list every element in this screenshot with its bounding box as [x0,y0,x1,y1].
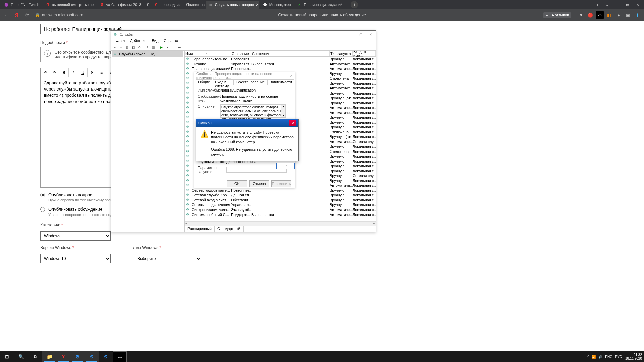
service-row[interactable]: ⚙Сетевые подключенияУправляет...ВручнуюЛ… [185,202,376,207]
new-tab-button[interactable]: + [351,1,358,8]
explorer-button[interactable]: 📁 [42,351,56,362]
reload-button[interactable]: ⟳ [23,11,31,19]
close-button[interactable]: ✕ [289,120,296,126]
col-logon[interactable]: Вход от име... [353,51,376,56]
props-icon[interactable]: ◧ [130,44,136,50]
tab-logon[interactable]: Вход в систему [213,79,234,85]
minimize-button[interactable]: — [345,31,356,38]
app-button-1[interactable]: ⚙ [70,351,85,362]
menu-action[interactable]: Действие [127,38,149,44]
bold-button[interactable]: B [59,68,69,77]
clock[interactable]: 21:32 18.11.2020 [625,353,642,360]
col-desc[interactable]: Описание [231,51,251,56]
tab-extended[interactable]: Расширенный [185,226,215,232]
cancel-button[interactable]: Отмена [249,180,269,187]
service-row[interactable]: ⚙Планировщик заданийПозволяет...Автомати… [185,66,376,71]
services-local-node[interactable]: ⚙ Службы (локальные) [112,51,183,57]
reviews-badge[interactable]: ★ 14 отзывов [543,12,571,18]
bookmark-icon[interactable]: ⚑ [577,11,585,19]
url-input[interactable]: 🔒 answers.microsoft.com Создать новый во… [33,11,543,19]
strike-button[interactable]: S [88,68,97,77]
close-button[interactable]: ✕ [633,0,643,9]
grid-icon[interactable]: ▦ [151,44,156,50]
yandex-home-button[interactable]: Я [13,11,21,19]
back-button[interactable]: ← [3,11,11,19]
properties-titlebar[interactable]: Свойства: Проверка подлинности на основе… [194,72,295,79]
scrollbar-vertical[interactable]: ▴▾ [281,105,285,117]
tab-yandex-3[interactable]: Япереводчик — Яндекс: на [151,1,205,9]
service-row[interactable]: ⚙Синхронизация узла_5434aЭта служб...Авт… [185,207,376,213]
maximize-button[interactable]: ▭ [623,0,633,9]
minimize-button[interactable]: — [612,0,623,9]
services-titlebar[interactable]: ⚙ Службы — ▢ ✕ [111,31,376,38]
services-button[interactable]: ⚙ [85,351,99,362]
volume-icon[interactable]: 🔊 [598,355,602,359]
desc-textarea[interactable]: Служба агрегатора сигнала, которая оцени… [220,104,286,118]
col-start[interactable]: Тип запуска [330,51,353,56]
cmd-button[interactable]: C:\ [113,351,127,362]
maximize-button[interactable]: ▢ [356,31,366,38]
start-icon[interactable]: ▶ [159,44,164,50]
restart-icon[interactable]: ⏭ [177,44,182,50]
tab-messenger[interactable]: 💬Мессенджер [260,1,294,9]
underline-button[interactable]: U [78,68,88,77]
service-row[interactable]: ⚙Система событий COM+Поддерж...Выполняет… [185,212,376,217]
close-icon[interactable]: ✕ [290,74,293,78]
radio-icon[interactable] [40,193,45,197]
col-state[interactable]: Состояние [251,51,330,56]
search-button[interactable]: 🔍 [14,351,28,362]
lang-rus[interactable]: РУС [615,355,622,359]
vk-icon[interactable]: VK [596,11,604,19]
scrollbar-horizontal[interactable]: ◂▸ [185,221,376,226]
copy-icon[interactable]: ⫞ [592,0,602,9]
service-row[interactable]: ⚙Сетевой вход в системуОбеспечи...Вручну… [185,198,376,203]
radio-icon[interactable] [40,207,45,212]
menu-help[interactable]: Справка [161,38,181,44]
app-button-2[interactable]: ⚙ [99,351,113,362]
menu-file[interactable]: Файл [113,38,127,44]
download-icon[interactable]: ⬇ [633,11,641,19]
service-row[interactable]: ⚙Перенаправитель портов ...Позволяет...В… [185,57,376,62]
ext-gray-icon[interactable]: ● [614,11,623,19]
category-select[interactable]: Windows [40,231,111,241]
apply-button[interactable]: Применить [271,180,291,187]
version-select[interactable]: Windows 10 [40,254,111,263]
service-row[interactable]: ⚙Сетевая служба Xbox LiveДанная сл...Вру… [185,193,376,198]
help-icon[interactable]: ? [145,44,150,50]
task-view-button[interactable]: ⧉ [28,351,42,362]
theme-select[interactable]: --Выберите-- [131,254,201,263]
close-icon[interactable]: ✕ [256,3,259,7]
tab-dependencies[interactable]: Зависимости [267,79,294,85]
tab-twitch[interactable]: 🟣TooseFN - Twitch [1,1,42,9]
lang-eng[interactable]: ENG [605,355,612,359]
view-icon[interactable]: ▦ [124,44,130,50]
ok-button[interactable]: OK [227,180,247,187]
ext-orange-icon[interactable]: ◧ [605,11,613,19]
tray-expand-icon[interactable]: ^ [588,355,589,359]
refresh-icon[interactable]: ⟳ [137,44,142,50]
error-titlebar[interactable]: Службы ✕ [196,119,298,127]
ext-red-icon[interactable]: 🔴 [586,11,594,19]
yandex-browser-button[interactable]: Y [56,351,70,362]
tab-yandex-2[interactable]: Яva-банк фильм 2013 — Я [97,1,151,9]
italic-button[interactable]: I [69,68,78,77]
tab-standard[interactable]: Стандартный [215,226,244,232]
tab-recovery[interactable]: Восстановление [234,79,267,85]
back-icon[interactable]: ← [112,44,118,50]
menu-icon[interactable]: ≡ [602,0,612,9]
pause-icon[interactable]: ⏸ [171,44,176,50]
ok-button[interactable]: OK [276,163,295,169]
tab-general[interactable]: Общие [196,79,212,85]
close-button[interactable]: ✕ [366,31,376,38]
undo-button[interactable]: ↶ [41,68,50,77]
tab-ms-answers[interactable]: ⊞Создать новый вопрос✕ [206,1,259,9]
start-button[interactable]: ⊞ [0,351,14,362]
align-left-button[interactable]: ≡ [97,68,106,77]
forward-icon[interactable]: → [118,44,124,50]
menu-view[interactable]: Вид [149,38,161,44]
stop-icon[interactable]: ■ [165,44,170,50]
col-name[interactable]: Имя▴ [185,51,231,56]
tab-yandex-1[interactable]: Явыживший смотреть тре [43,1,96,9]
tab-scheduler[interactable]: ✓Планировщик заданий не [294,1,348,9]
redo-button[interactable]: ↷ [50,68,59,77]
